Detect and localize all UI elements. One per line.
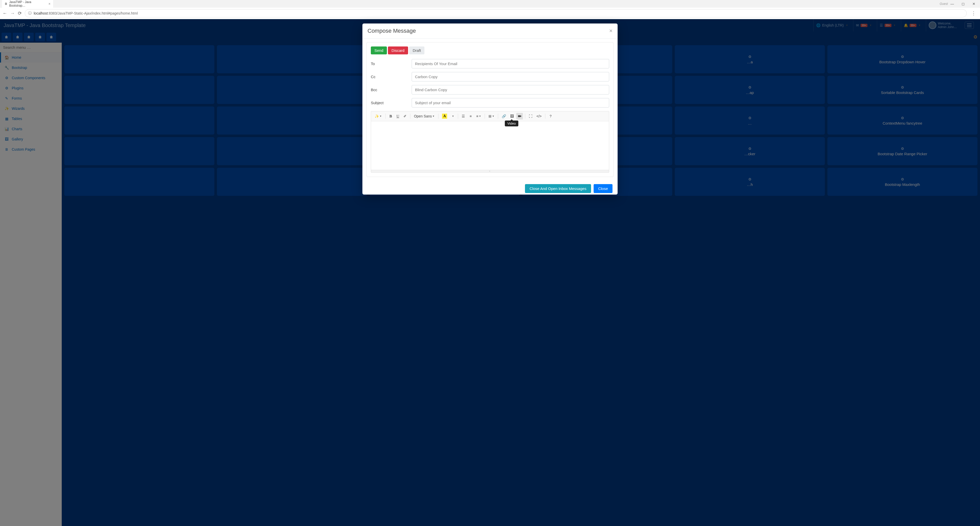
underline-icon[interactable]: U xyxy=(395,113,401,120)
to-label: To xyxy=(371,62,412,66)
close-tab-icon[interactable]: × xyxy=(48,2,51,6)
minimize-icon[interactable]: — xyxy=(950,2,954,6)
picture-icon[interactable]: 🖼 xyxy=(509,113,515,120)
bold-icon[interactable]: B xyxy=(388,113,394,120)
close-open-inbox-button[interactable]: Close And Open Inbox Messages xyxy=(525,184,591,193)
info-icon[interactable]: ⓘ xyxy=(28,11,32,16)
codeview-icon[interactable]: </> xyxy=(535,113,543,120)
editor-textarea[interactable] xyxy=(371,121,609,170)
ul-icon[interactable]: ☰ xyxy=(460,113,466,120)
maximize-icon[interactable]: ◻ xyxy=(962,2,965,6)
close-button[interactable]: Close xyxy=(593,184,612,193)
subject-label: Subject xyxy=(371,100,412,105)
subject-input[interactable] xyxy=(412,98,609,107)
help-icon[interactable]: ? xyxy=(547,113,554,120)
modal-title: Compose Message xyxy=(368,27,416,34)
cc-input[interactable] xyxy=(412,72,609,81)
send-button[interactable]: Send xyxy=(371,46,387,54)
reload-icon[interactable]: ⟳ xyxy=(18,11,22,16)
video-tooltip: Video xyxy=(505,121,518,126)
video-icon[interactable] xyxy=(516,113,523,120)
url-path: :8383/JavaTMP-Static-Ajax/index.html#pag… xyxy=(48,11,138,15)
editor-resize-handle[interactable]: ≡ xyxy=(371,170,609,172)
page-icon: 🗎 xyxy=(5,2,8,6)
forward-icon: → xyxy=(10,11,15,16)
bcc-input[interactable] xyxy=(412,85,609,94)
eraser-icon[interactable]: ✐ xyxy=(402,113,408,120)
svg-rect-0 xyxy=(518,115,520,117)
discard-button[interactable]: Discard xyxy=(388,46,408,54)
more-color-icon[interactable]: ▼ xyxy=(450,113,456,120)
to-input[interactable] xyxy=(412,59,609,69)
bcc-label: Bcc xyxy=(371,88,412,92)
guest-label: Guest xyxy=(940,2,948,6)
fullscreen-icon[interactable]: ⛶ xyxy=(527,113,534,120)
compose-modal: Compose Message × Send Discard Draft To … xyxy=(363,24,617,194)
editor-toolbar: ✨▼ B U ✐ Open Sans▼ A ▼ ☰ ≡ ≡▼ xyxy=(371,112,609,121)
browser-tab[interactable]: 🗎 JavaTMP - Java Bootstrap… × xyxy=(2,0,53,9)
link-icon[interactable]: 🔗 xyxy=(500,113,508,120)
cc-label: Cc xyxy=(371,75,412,79)
back-icon[interactable]: ← xyxy=(3,11,7,16)
draft-button[interactable]: Draft xyxy=(409,46,425,54)
font-family-select[interactable]: Open Sans▼ xyxy=(412,113,436,120)
modal-close-icon[interactable]: × xyxy=(609,27,612,34)
tab-title: JavaTMP - Java Bootstrap… xyxy=(9,0,47,7)
close-window-icon[interactable]: ✕ xyxy=(972,2,975,6)
table-icon[interactable]: ⊞▼ xyxy=(487,113,496,120)
address-bar[interactable]: ⓘ localhost:8383/JavaTMP-Static-Ajax/ind… xyxy=(25,9,967,18)
paragraph-icon[interactable]: ≡▼ xyxy=(475,113,483,120)
font-color-icon[interactable]: A xyxy=(441,113,449,120)
url-host: localhost xyxy=(34,11,48,15)
browser-menu-icon[interactable]: ⋮ xyxy=(970,11,977,16)
style-magic-icon[interactable]: ✨▼ xyxy=(373,113,383,120)
ol-icon[interactable]: ≡ xyxy=(468,113,474,120)
